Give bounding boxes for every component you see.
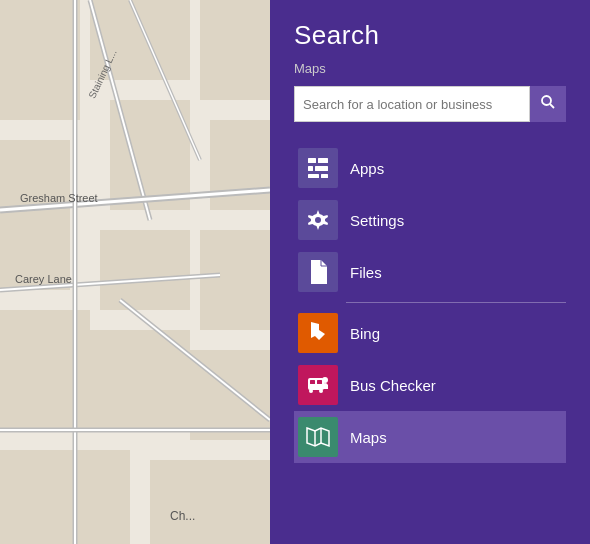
category-item-apps[interactable]: Apps: [294, 142, 566, 194]
search-input[interactable]: [294, 86, 530, 122]
bus-checker-icon: [298, 365, 338, 405]
category-list: Apps Settings Files: [294, 142, 566, 463]
category-item-settings[interactable]: Settings: [294, 194, 566, 246]
svg-rect-6: [100, 230, 190, 310]
svg-text:Carey Lane: Carey Lane: [15, 273, 72, 285]
svg-text:Ch...: Ch...: [170, 509, 195, 523]
svg-rect-35: [318, 158, 328, 163]
search-panel: Search Maps: [270, 0, 590, 544]
svg-rect-1: [0, 0, 80, 120]
category-item-maps[interactable]: Maps: [294, 411, 566, 463]
category-item-bus-checker[interactable]: Bus Checker: [294, 359, 566, 411]
svg-rect-36: [308, 166, 313, 171]
svg-rect-37: [315, 166, 328, 171]
apps-icon: [298, 148, 338, 188]
settings-icon: [298, 200, 338, 240]
svg-rect-39: [321, 174, 328, 178]
category-item-bing[interactable]: Bing: [294, 307, 566, 359]
svg-rect-43: [310, 380, 315, 384]
search-icon: [540, 94, 556, 114]
category-item-files[interactable]: Files: [294, 246, 566, 298]
svg-point-32: [542, 96, 551, 105]
search-title: Search: [294, 20, 566, 51]
svg-rect-8: [200, 0, 270, 100]
svg-rect-12: [0, 450, 130, 544]
files-label: Files: [350, 264, 382, 281]
svg-rect-10: [200, 230, 270, 330]
maps-icon: [298, 417, 338, 457]
category-divider: [294, 302, 566, 303]
bus-checker-label: Bus Checker: [350, 377, 436, 394]
svg-point-46: [319, 389, 323, 393]
svg-point-47: [322, 377, 328, 383]
svg-point-41: [315, 217, 321, 223]
search-button[interactable]: [530, 86, 566, 122]
svg-marker-48: [307, 428, 329, 446]
svg-rect-38: [308, 174, 319, 178]
svg-rect-44: [317, 380, 322, 384]
settings-label: Settings: [350, 212, 404, 229]
search-box-row: [294, 86, 566, 122]
maps-label: Maps: [350, 429, 387, 446]
bing-icon: [298, 313, 338, 353]
svg-rect-42: [308, 378, 324, 390]
search-context-label: Maps: [294, 61, 566, 76]
files-icon: [298, 252, 338, 292]
svg-rect-2: [0, 140, 70, 290]
svg-line-33: [550, 104, 554, 108]
svg-point-45: [309, 389, 313, 393]
apps-label: Apps: [350, 160, 384, 177]
svg-text:Gresham Street: Gresham Street: [20, 192, 98, 204]
svg-rect-34: [308, 158, 316, 163]
bing-label: Bing: [350, 325, 380, 342]
map-background: Staining L... Gresham Street Carey Lane …: [0, 0, 270, 544]
svg-rect-13: [150, 460, 270, 544]
